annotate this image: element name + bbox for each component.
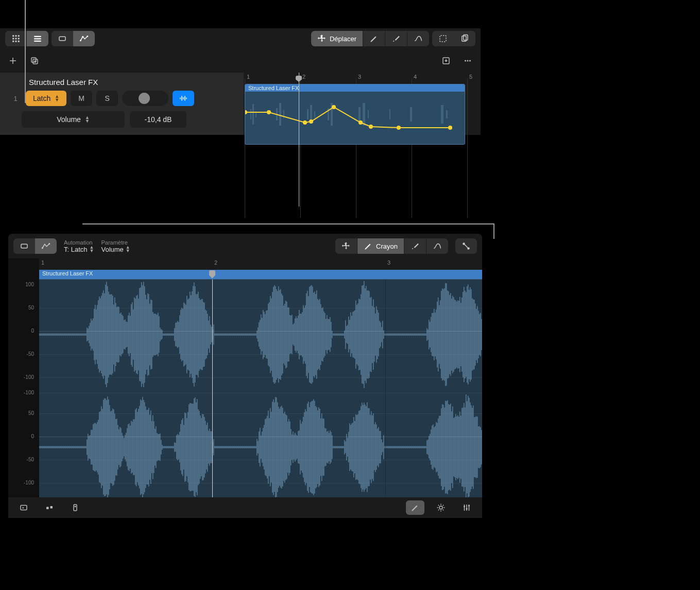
grid-view-button[interactable]	[5, 31, 27, 46]
svg-rect-509	[57, 446, 58, 448]
svg-rect-16	[440, 36, 446, 42]
svg-rect-547	[96, 424, 97, 470]
svg-rect-773	[329, 433, 330, 461]
svg-rect-704	[258, 441, 259, 453]
settings-button[interactable]	[457, 500, 476, 515]
smart-controls-button[interactable]	[66, 500, 84, 515]
automation-curve[interactable]	[245, 91, 465, 145]
svg-rect-360	[346, 326, 347, 343]
move-tool[interactable]: Déplacer	[311, 31, 363, 46]
editor-playhead[interactable]	[212, 280, 213, 516]
flex-button[interactable]	[455, 238, 477, 254]
brightness-button[interactable]	[432, 500, 450, 515]
svg-rect-592	[142, 397, 143, 497]
svg-rect-322	[307, 291, 308, 378]
editor-automation-view-button[interactable]	[35, 238, 57, 254]
parameter-display[interactable]: Paramètre Volume▲▼	[101, 239, 130, 253]
svg-rect-73	[50, 334, 52, 336]
svg-rect-221	[203, 302, 204, 367]
svg-rect-753	[308, 402, 309, 493]
svg-rect-830	[387, 446, 388, 448]
marquee-button[interactable]	[432, 31, 454, 46]
editor-curve-tool[interactable]	[426, 238, 448, 254]
mute-button[interactable]: M	[71, 91, 92, 106]
svg-rect-541	[90, 435, 91, 459]
playhead[interactable]	[299, 73, 299, 206]
duplicate-track-button[interactable]	[27, 53, 42, 68]
svg-rect-404	[391, 334, 392, 336]
svg-rect-158	[138, 299, 139, 370]
svg-rect-281	[265, 314, 266, 355]
edit-actions-group	[432, 31, 475, 46]
editor-move-tool[interactable]	[335, 238, 357, 254]
mixer-button[interactable]	[40, 500, 59, 515]
annotation-line	[25, 0, 26, 103]
svg-rect-452	[441, 291, 442, 378]
svg-rect-186	[167, 334, 168, 336]
svg-rect-619	[170, 446, 171, 448]
svg-rect-637	[189, 404, 190, 490]
import-button[interactable]	[438, 53, 454, 68]
svg-rect-568	[117, 425, 118, 469]
svg-rect-799	[355, 414, 356, 480]
svg-rect-64	[41, 334, 42, 336]
svg-rect-2	[18, 35, 20, 37]
pan-slider[interactable]	[122, 91, 168, 106]
svg-rect-627	[178, 435, 179, 459]
svg-rect-367	[353, 311, 354, 358]
svg-rect-426	[414, 334, 415, 336]
svg-rect-789	[345, 441, 346, 453]
track-header[interactable]: Structured Laser FX 1 Latch ▲▼ M S Volum…	[0, 73, 244, 135]
automation-parameter-value[interactable]: -10,4 dB	[130, 111, 186, 128]
svg-rect-514	[62, 446, 63, 448]
svg-rect-269	[252, 334, 253, 336]
svg-rect-154	[134, 298, 135, 372]
svg-rect-467	[456, 302, 457, 368]
svg-rect-10	[34, 38, 41, 39]
region-view-button[interactable]	[52, 31, 73, 46]
svg-rect-691	[244, 446, 245, 448]
copy-button[interactable]	[454, 31, 475, 46]
svg-rect-465	[454, 300, 455, 370]
svg-rect-848	[406, 446, 407, 448]
editor-region-view-button[interactable]	[13, 238, 35, 254]
pencil-tool[interactable]	[363, 31, 385, 46]
brush-tool[interactable]	[385, 31, 407, 46]
svg-rect-608	[159, 434, 160, 460]
library-button[interactable]	[14, 500, 33, 515]
editor-pencil-tool[interactable]: Crayon	[357, 238, 404, 254]
automation-view-button[interactable]	[73, 31, 95, 46]
audio-region[interactable]: Structured Laser FX	[245, 84, 465, 145]
timeline-ruler[interactable]: 1 2 3 4 5	[244, 73, 481, 84]
solo-button[interactable]: S	[96, 91, 118, 106]
svg-rect-132	[111, 294, 112, 375]
svg-point-55	[397, 126, 401, 130]
curve-tool[interactable]	[407, 31, 429, 46]
svg-rect-583	[133, 419, 134, 475]
waveform-area[interactable]	[39, 279, 482, 516]
svg-rect-117	[96, 309, 97, 360]
svg-rect-610	[161, 440, 162, 454]
svg-rect-381	[368, 290, 369, 379]
editor-brush-tool[interactable]	[404, 238, 426, 254]
editor-ruler[interactable]: 1 2 3	[39, 258, 482, 270]
list-view-button[interactable]	[27, 31, 48, 46]
add-track-button[interactable]	[5, 53, 21, 68]
svg-point-53	[358, 120, 363, 125]
svg-point-15	[87, 36, 88, 37]
freeze-button[interactable]	[173, 91, 194, 106]
automation-mode-button[interactable]: Latch ▲▼	[26, 91, 66, 106]
audio-editor-panel: Automation T: Latch▲▼ Paramètre Volume▲▼…	[8, 234, 482, 516]
more-button[interactable]	[460, 53, 475, 68]
timeline-area[interactable]: 1 2 3 4 5 Structured Laser FX	[244, 73, 481, 135]
automation-mode-display[interactable]: Automation T: Latch▲▼	[64, 239, 94, 253]
svg-rect-317	[302, 312, 303, 357]
automation-parameter-select[interactable]: Volume ▲▼	[22, 111, 125, 128]
track-name: Structured Laser FX	[29, 78, 98, 86]
svg-rect-503	[50, 446, 52, 448]
copy-icon	[460, 34, 469, 43]
svg-rect-325	[310, 286, 311, 383]
svg-rect-411	[399, 334, 400, 336]
edit-tool-button[interactable]	[406, 500, 424, 515]
svg-rect-808	[365, 405, 366, 490]
